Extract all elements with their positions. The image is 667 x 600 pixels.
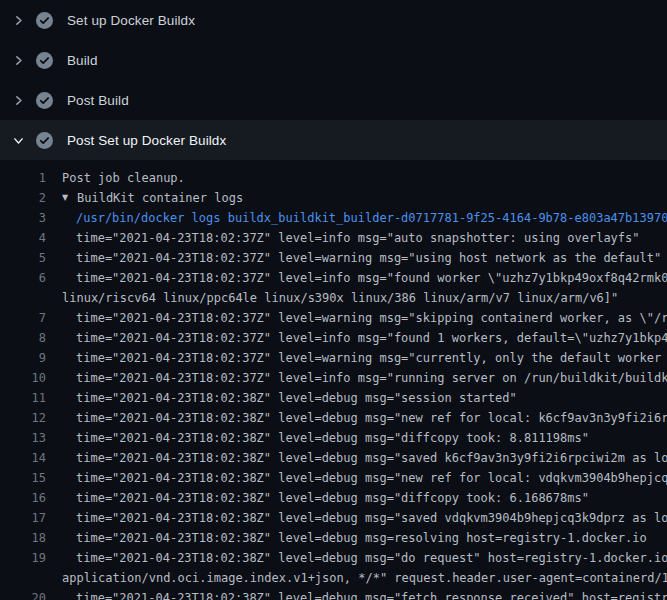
log-row: 19 time="2021-04-23T18:02:38Z" level=deb… [0,548,667,568]
check-circle-icon [36,12,53,29]
log-line-text: time="2021-04-23T18:02:37Z" level=warnin… [76,308,667,328]
log-line-text: time="2021-04-23T18:02:37Z" level=info m… [76,228,640,248]
log-line-text: time="2021-04-23T18:02:38Z" level=debug … [76,508,667,528]
step-row-set-up-docker-buildx[interactable]: Set up Docker Buildx [0,0,667,40]
log-line-number[interactable]: 3 [0,208,46,228]
log-row: 4 time="2021-04-23T18:02:37Z" level=info… [0,228,667,248]
log-line-text: time="2021-04-23T18:02:38Z" level=debug … [76,388,517,408]
log-line-text: time="2021-04-23T18:02:37Z" level=info m… [76,368,667,388]
log-line-text: time="2021-04-23T18:02:37Z" level=warnin… [76,348,667,368]
log-row: 18 time="2021-04-23T18:02:38Z" level=deb… [0,528,667,548]
log-row: 14 time="2021-04-23T18:02:38Z" level=deb… [0,448,667,468]
check-circle-icon [36,92,53,109]
log-row: 10 time="2021-04-23T18:02:37Z" level=inf… [0,368,667,388]
log-row: 3 /usr/bin/docker logs buildx_buildkit_b… [0,208,667,228]
log-row: 8 time="2021-04-23T18:02:37Z" level=info… [0,328,667,348]
log-line-number[interactable]: 10 [0,368,46,388]
log-line-number[interactable]: 16 [0,488,46,508]
chevron-right-icon [11,13,26,28]
triangle-down-icon: ▼ [62,188,77,208]
log-line-text: time="2021-04-23T18:02:37Z" level=info m… [76,328,667,348]
log-row: 9 time="2021-04-23T18:02:37Z" level=warn… [0,348,667,368]
log-line-number[interactable]: 2 [0,188,46,208]
step-title: Set up Docker Buildx [67,13,195,28]
step-title: Post Set up Docker Buildx [67,133,226,148]
chevron-right-icon [11,93,26,108]
log-line-number[interactable]: 13 [0,428,46,448]
log-line-text: linux/riscv64 linux/ppc64le linux/s390x … [62,288,618,308]
log-command-text: /usr/bin/docker logs buildx_buildkit_bui… [76,208,667,228]
log-line-number[interactable]: 11 [0,388,46,408]
step-row-build[interactable]: Build [0,40,667,80]
workflow-log-viewer: Set up Docker Buildx Build [0,0,667,600]
log-line-number[interactable]: 9 [0,348,46,368]
step-title: Build [67,53,98,68]
log-line-number[interactable]: 1 [0,168,46,188]
log-line-text: time="2021-04-23T18:02:37Z" level=warnin… [76,248,661,268]
log-line-number [0,568,46,588]
log-line-number[interactable]: 19 [0,548,46,568]
log-row: 13 time="2021-04-23T18:02:38Z" level=deb… [0,428,667,448]
log-line-text: Post job cleanup. [62,168,185,188]
log-row: 15 time="2021-04-23T18:02:38Z" level=deb… [0,468,667,488]
log-area: 1 Post job cleanup. 2 ▼ BuildKit contain… [0,160,667,600]
log-line-number[interactable]: 8 [0,328,46,348]
log-line-text: time="2021-04-23T18:02:38Z" level=debug … [76,408,667,428]
log-line-number[interactable]: 6 [0,268,46,288]
log-line-number [0,288,46,308]
log-line-number[interactable]: 12 [0,408,46,428]
log-line-number[interactable]: 18 [0,528,46,548]
log-group-toggle[interactable]: BuildKit container logs [77,188,243,208]
log-row: 1 Post job cleanup. [0,168,667,188]
log-line-number[interactable]: 20 [0,588,46,600]
log-line-text: time="2021-04-23T18:02:38Z" level=debug … [76,588,667,600]
log-row: 7 time="2021-04-23T18:02:37Z" level=warn… [0,308,667,328]
log-line-text: time="2021-04-23T18:02:38Z" level=debug … [76,448,667,468]
log-line-text: time="2021-04-23T18:02:38Z" level=debug … [76,528,647,548]
check-circle-icon [36,52,53,69]
log-row: 12 time="2021-04-23T18:02:38Z" level=deb… [0,408,667,428]
chevron-down-icon [11,133,26,148]
log-line-number[interactable]: 17 [0,508,46,528]
log-line-number[interactable]: 7 [0,308,46,328]
log-row: 2 ▼ BuildKit container logs [0,188,667,208]
log-line-number[interactable]: 5 [0,248,46,268]
log-line-text: time="2021-04-23T18:02:38Z" level=debug … [76,468,667,488]
log-line-number[interactable]: 4 [0,228,46,248]
log-line-text: time="2021-04-23T18:02:37Z" level=info m… [76,268,667,288]
step-row-post-set-up-docker-buildx[interactable]: Post Set up Docker Buildx [0,120,667,160]
log-row: 5 time="2021-04-23T18:02:37Z" level=warn… [0,248,667,268]
log-line-number[interactable]: 14 [0,448,46,468]
log-row: linux/riscv64 linux/ppc64le linux/s390x … [0,288,667,308]
log-row: 20 time="2021-04-23T18:02:38Z" level=deb… [0,588,667,600]
log-row: 17 time="2021-04-23T18:02:38Z" level=deb… [0,508,667,528]
log-row: 11 time="2021-04-23T18:02:38Z" level=deb… [0,388,667,408]
step-title: Post Build [67,93,129,108]
check-circle-icon [36,132,53,149]
log-line-number[interactable]: 15 [0,468,46,488]
chevron-right-icon [11,53,26,68]
steps-list: Set up Docker Buildx Build [0,0,667,160]
log-row: application/vnd.oci.image.index.v1+json,… [0,568,667,588]
log-line-text: time="2021-04-23T18:02:38Z" level=debug … [76,548,667,568]
log-row: 6 time="2021-04-23T18:02:37Z" level=info… [0,268,667,288]
log-line-text: time="2021-04-23T18:02:38Z" level=debug … [76,488,589,508]
log-line-text: time="2021-04-23T18:02:38Z" level=debug … [76,428,589,448]
step-row-post-build[interactable]: Post Build [0,80,667,120]
log-line-text: application/vnd.oci.image.index.v1+json,… [62,568,667,588]
log-row: 16 time="2021-04-23T18:02:38Z" level=deb… [0,488,667,508]
